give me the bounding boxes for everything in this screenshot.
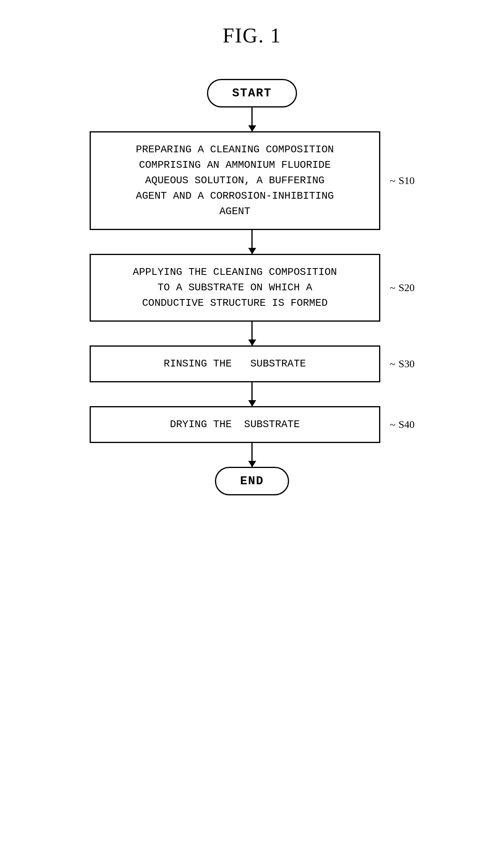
end-shape: END <box>215 467 289 495</box>
step-s30-box: RINSING THE SUBSTRATE <box>90 345 380 382</box>
step-s40-box: DRYING THE SUBSTRATE <box>90 406 380 443</box>
step-s20-text: APPLYING THE CLEANING COMPOSITIONTO A SU… <box>133 266 337 309</box>
page: FIG. 1 START PREPARING A CLEANING COMPOS… <box>0 0 504 842</box>
arrow-1 <box>251 107 253 131</box>
step-s10-wrapper: PREPARING A CLEANING COMPOSITIONCOMPRISI… <box>90 131 415 230</box>
step-s20-wrapper: APPLYING THE CLEANING COMPOSITIONTO A SU… <box>90 254 415 322</box>
tilde-s30: ~ <box>390 358 395 370</box>
step-s40-text: DRYING THE SUBSTRATE <box>170 418 300 430</box>
arrow-4 <box>251 382 253 406</box>
step-s10-label: ~ S10 <box>390 175 415 187</box>
step-s40-label: ~ S40 <box>390 419 415 431</box>
step-s20-label: ~ S20 <box>390 282 415 294</box>
tilde-s40: ~ <box>390 419 395 431</box>
arrow-2 <box>251 230 253 254</box>
tilde-s20: ~ <box>390 282 395 294</box>
arrow-5 <box>251 443 253 467</box>
flowchart: START PREPARING A CLEANING COMPOSITIONCO… <box>90 79 415 495</box>
step-s30-wrapper: RINSING THE SUBSTRATE ~ S30 <box>90 345 415 382</box>
start-shape: START <box>207 79 297 107</box>
step-s30-label: ~ S30 <box>390 358 415 370</box>
step-s10-text: PREPARING A CLEANING COMPOSITIONCOMPRISI… <box>136 144 334 217</box>
step-s40-wrapper: DRYING THE SUBSTRATE ~ S40 <box>90 406 415 443</box>
step-s30-text: RINSING THE SUBSTRATE <box>164 358 306 370</box>
figure-title: FIG. 1 <box>223 24 282 47</box>
arrow-3 <box>251 322 253 345</box>
tilde-s10: ~ <box>390 175 395 187</box>
step-s10-box: PREPARING A CLEANING COMPOSITIONCOMPRISI… <box>90 131 380 230</box>
step-s20-box: APPLYING THE CLEANING COMPOSITIONTO A SU… <box>90 254 380 322</box>
